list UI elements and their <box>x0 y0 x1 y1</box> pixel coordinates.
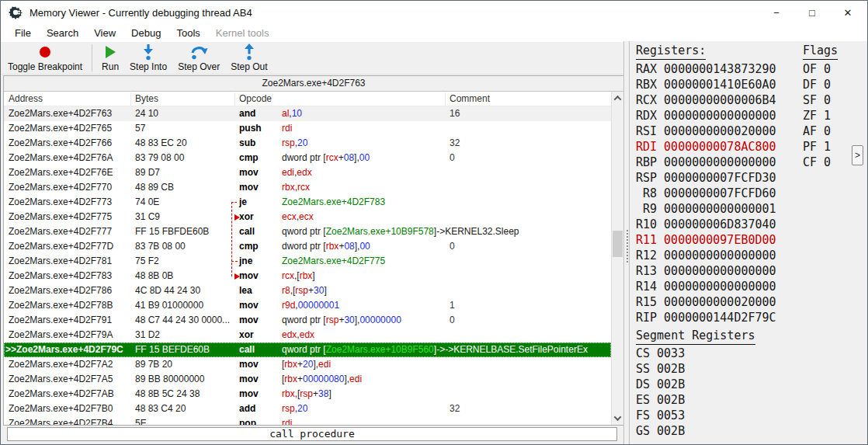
register-row[interactable]: RDX0000000000000000 <box>636 108 776 123</box>
column-opcode: Opcode <box>239 93 272 104</box>
flag-row[interactable]: DF0 <box>803 77 831 92</box>
register-row[interactable]: RSP0000000007FCFD30 <box>636 170 776 186</box>
register-row[interactable]: R120000000000000000 <box>636 248 776 263</box>
register-row[interactable]: R80000000007FCFD60 <box>636 186 776 201</box>
pane-splitter[interactable] <box>623 41 630 445</box>
asm-operand-part: + <box>297 359 303 370</box>
register-row[interactable]: R90000000000000001 <box>636 201 776 217</box>
asm-bytes: 48 C7 44 24 30 0000... <box>135 313 230 328</box>
asm-row[interactable]: Zoe2Mars.exe+4D2F76648 83 EC 20subrsp,20… <box>4 136 611 151</box>
flag-value: 0 <box>824 62 831 76</box>
asm-row[interactable]: Zoe2Mars.exe+4D2F7A289 7B 20mov[rbx+20],… <box>4 357 611 372</box>
scroll-up-button[interactable] <box>612 92 623 105</box>
toolbar: Toggle Breakpoint Run Step Into Step Ove… <box>1 42 623 75</box>
scroll-down-button[interactable] <box>612 412 623 425</box>
segment-register-row[interactable]: GS002B <box>636 423 685 439</box>
run-button[interactable]: Run <box>96 42 124 74</box>
menu-item-file[interactable]: File <box>7 25 39 41</box>
register-row[interactable]: RCX00000000000006B4 <box>636 92 776 108</box>
step-out-button[interactable]: Step Out <box>225 42 273 74</box>
asm-operand-part: ]->->KERNELBASE.SetFilePointerEx <box>434 344 588 355</box>
scrollbar-thumb[interactable] <box>613 231 623 257</box>
flag-row[interactable]: CF0 <box>803 155 831 170</box>
flag-list: OF0DF0SF0ZF1AF0PF1CF0 <box>803 61 831 170</box>
asm-operand-part: qword ptr [ <box>282 315 326 325</box>
maximize-button[interactable]: □ <box>794 1 830 24</box>
asm-row[interactable]: Zoe2Mars.exe+4D2F78175 F2jneZoe2Mars.exe… <box>4 254 611 269</box>
asm-address: Zoe2Mars.exe+4D2F765 <box>9 121 112 136</box>
segment-name: SS <box>636 362 650 376</box>
flag-row[interactable]: AF0 <box>803 123 831 139</box>
flag-row[interactable]: PF1 <box>803 139 831 155</box>
register-row[interactable]: RAX0000000143873290 <box>636 61 776 77</box>
asm-row[interactable]: Zoe2Mars.exe+4D2F78B41 B9 01000000movr9d… <box>4 298 611 313</box>
flag-name: DF <box>803 78 817 92</box>
window-controls: − □ ✕ <box>759 1 866 24</box>
register-row[interactable]: R130000000000000000 <box>636 263 776 279</box>
register-row[interactable]: RBX00000001410E60A0 <box>636 77 776 92</box>
asm-row[interactable]: Zoe2Mars.exe+4D2F76557pushrdi <box>4 121 611 136</box>
step-into-button[interactable]: Step Into <box>124 42 172 74</box>
menu-item-debug[interactable]: Debug <box>123 25 168 41</box>
disassembly-scrollbar[interactable] <box>611 92 623 425</box>
register-name: RIP <box>636 311 657 325</box>
flag-row[interactable]: ZF1 <box>803 108 831 123</box>
segment-name: CS <box>636 346 650 360</box>
asm-row[interactable]: Zoe2Mars.exe+4D2F77D83 7B 08 00cmpdword … <box>4 239 611 254</box>
asm-operands: rsp,20 <box>282 136 307 151</box>
segment-register-row[interactable]: ES002B <box>636 392 685 408</box>
minimize-button[interactable]: − <box>759 1 794 24</box>
register-row[interactable]: R10000000006D837040 <box>636 217 776 232</box>
flag-row[interactable]: OF0 <box>803 61 831 77</box>
register-row[interactable]: RSI0000000000020000 <box>636 123 776 139</box>
asm-row[interactable]: Zoe2Mars.exe+4D2F76324 10andal,1016 <box>4 106 611 121</box>
menu-item-view[interactable]: View <box>86 25 123 41</box>
asm-mnemonic: mov <box>239 372 259 387</box>
asm-row[interactable]: Zoe2Mars.exe+4D2F7AB48 8B 5C 24 38movrbx… <box>4 387 611 402</box>
asm-mnemonic: mov <box>239 180 259 195</box>
asm-row[interactable]: Zoe2Mars.exe+4D2F76A83 79 08 00cmpdword … <box>4 151 611 165</box>
asm-row[interactable]: Zoe2Mars.exe+4D2F77531 C9xorecx,ecx <box>4 210 611 224</box>
register-row[interactable]: R150000000000020000 <box>636 294 776 310</box>
asm-operands: r8,[rsp+30] <box>282 283 327 298</box>
asm-row[interactable]: Zoe2Mars.exe+4D2F77374 0EjeZoe2Mars.exe+… <box>4 195 611 210</box>
asm-operands: qword ptr [Zoe2Mars.exe+10B9F560]->->KER… <box>282 342 588 357</box>
asm-row[interactable]: Zoe2Mars.exe+4D2F7A589 BB 80000000mov[rb… <box>4 372 611 387</box>
step-over-button[interactable]: Step Over <box>172 42 225 74</box>
register-row[interactable]: RIP0000000144D2F79C <box>636 310 776 325</box>
asm-row[interactable]: Zoe2Mars.exe+4D2F79148 C7 44 24 30 0000.… <box>4 313 611 328</box>
splitter-grip-icon <box>627 230 628 262</box>
asm-row[interactable]: >>Zoe2Mars.exe+4D2F79CFF 15 BEFDE60Bcall… <box>4 342 611 357</box>
asm-row[interactable]: Zoe2Mars.exe+4D2F777FF 15 FBFDE60Bcallqw… <box>4 224 611 239</box>
segment-register-row[interactable]: FS0053 <box>636 408 685 423</box>
toggle-breakpoint-button[interactable]: Toggle Breakpoint <box>2 42 88 74</box>
segment-register-row[interactable]: SS002B <box>636 361 685 377</box>
asm-row[interactable]: Zoe2Mars.exe+4D2F7B048 83 C4 20addrsp,20… <box>4 402 611 416</box>
register-row[interactable]: RBP0000000000000000 <box>636 155 776 170</box>
asm-row[interactable]: Zoe2Mars.exe+4D2F76E89 D7movedi,edx <box>4 165 611 180</box>
expand-panel-button[interactable]: > <box>852 145 863 165</box>
segment-register-row[interactable]: DS002B <box>636 377 685 392</box>
segment-register-row[interactable]: CS0033 <box>636 346 685 361</box>
asm-operand-part: edi <box>282 167 294 178</box>
asm-row[interactable]: Zoe2Mars.exe+4D2F79A31 D2xoredx,edx <box>4 328 611 342</box>
register-value: 00000000000006B4 <box>664 93 776 107</box>
register-row[interactable]: RDI00000000078AC800 <box>636 139 776 155</box>
menu-item-tools[interactable]: Tools <box>168 25 207 41</box>
asm-row[interactable]: Zoe2Mars.exe+4D2F77048 89 CBmovrbx,rcx <box>4 180 611 195</box>
flag-row[interactable]: SF0 <box>803 92 831 108</box>
asm-row[interactable]: Zoe2Mars.exe+4D2F7B45Epoprdi <box>4 416 611 425</box>
asm-comment: 16 <box>450 106 460 121</box>
close-button[interactable]: ✕ <box>830 1 866 24</box>
register-name: RCX <box>636 93 657 107</box>
register-row[interactable]: R140000000000000000 <box>636 279 776 294</box>
register-value: 0000000144D2F79C <box>664 311 776 325</box>
menu-item-kernel-tools[interactable]: Kernel tools <box>208 25 277 41</box>
register-row[interactable]: R110000000097EB0D00 <box>636 232 776 248</box>
asm-operands: rsp,20 <box>282 402 307 416</box>
asm-row[interactable]: Zoe2Mars.exe+4D2F7864C 8D 44 24 30lear8,… <box>4 283 611 298</box>
asm-operands: rbx,rcx <box>282 180 310 195</box>
menu-bar: FileSearchViewDebugToolsKernel tools <box>1 24 867 42</box>
asm-row[interactable]: Zoe2Mars.exe+4D2F78348 8B 0Bmovrcx,[rbx] <box>4 269 611 283</box>
menu-item-search[interactable]: Search <box>39 25 86 41</box>
